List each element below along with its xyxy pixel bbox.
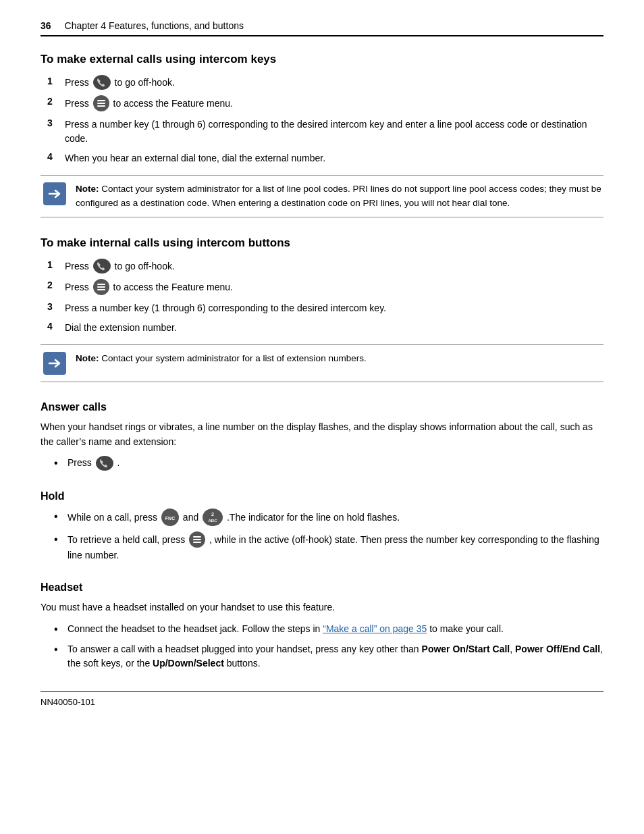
menu-icon <box>93 279 109 295</box>
note-box-external: Note: Contact your system administrator … <box>41 175 603 217</box>
bullet-item-hold-2: • To retrieve a held call, press , while… <box>54 532 603 563</box>
answer-calls-body: When your handset rings or vibrates, a l… <box>41 420 603 449</box>
bullet-content: While on a call, press FNC and 2 ABC <box>68 509 603 527</box>
bullet-item-hold-1: • While on a call, press FNC and 2 <box>54 509 603 527</box>
section-internal-calls: To make internal calls using intercom bu… <box>41 236 603 382</box>
bullet-content: To retrieve a held call, press , while i… <box>68 532 603 563</box>
power-on-label: Power On/Start Call <box>422 644 510 654</box>
svg-rect-1 <box>97 103 105 104</box>
bullet-content: Press . <box>68 456 603 471</box>
step-num: 1 <box>47 259 61 270</box>
make-a-call-link[interactable]: “Make a call” on page 35 <box>323 623 427 634</box>
section-heading-internal: To make internal calls using intercom bu… <box>41 236 603 250</box>
power-off-label: Power Off/End Call <box>515 644 600 654</box>
section-heading-hold: Hold <box>41 490 603 502</box>
menu-icon <box>93 95 109 111</box>
bullet-symbol: • <box>54 622 63 637</box>
step-2: 2 Press to access the Feature menu. <box>41 280 603 296</box>
step-num: 2 <box>47 96 61 107</box>
svg-rect-3 <box>97 284 105 285</box>
updown-select-label: Up/Down/Select <box>153 658 224 669</box>
bullet-item-headset-2: • To answer a call with a headset plugge… <box>54 642 603 671</box>
bullet-item: • Press . <box>54 456 603 471</box>
bullet-content: Connect the headset to the headset jack.… <box>68 622 603 636</box>
answer-calls-bullets: • Press . <box>54 456 603 471</box>
step-content: Press to go off-hook. <box>65 76 603 90</box>
chapter-title: Chapter 4 Features, functions, and butto… <box>65 20 244 31</box>
doc-number: NN40050-101 <box>41 697 95 707</box>
section-hold: Hold • While on a call, press FNC and <box>41 490 603 563</box>
svg-rect-11 <box>193 536 201 538</box>
external-calls-steps: 1 Press to go off-hook. 2 Press <box>41 76 603 165</box>
step-num: 1 <box>47 76 61 86</box>
step-1: 1 Press to go off-hook. <box>41 259 603 274</box>
svg-text:2: 2 <box>211 512 214 517</box>
hold-button-icon: FNC <box>161 509 179 526</box>
step-1: 1 Press to go off-hook. <box>41 76 603 90</box>
step-4: 4 When you hear an external dial tone, d… <box>41 151 603 165</box>
bullet-item-headset-1: • Connect the headset to the headset jac… <box>54 622 603 637</box>
page-number: 36 <box>41 20 51 31</box>
bullet-symbol: • <box>54 509 63 524</box>
note-text-external: Note: Contact your system administrator … <box>76 182 603 210</box>
menu-icon-hold <box>189 531 205 548</box>
2abc-button-icon: 2 ABC <box>203 509 223 526</box>
step-content: Press a number key (1 through 6) corresp… <box>65 301 603 315</box>
svg-text:ABC: ABC <box>209 519 218 523</box>
internal-calls-steps: 1 Press to go off-hook. 2 Press <box>41 259 603 335</box>
section-heading-headset: Headset <box>41 581 603 594</box>
note-box-internal: Note: Contact your system administrator … <box>41 344 603 382</box>
header-bar: 36 Chapter 4 Features, functions, and bu… <box>41 20 603 36</box>
step-num: 4 <box>47 151 61 162</box>
note-arrow-icon <box>43 352 66 375</box>
bullet-symbol: • <box>54 456 63 471</box>
bullet-symbol: • <box>54 642 63 657</box>
step-content: Press to access the Feature menu. <box>65 280 603 296</box>
note-text-internal: Note: Contact your system administrator … <box>76 352 603 365</box>
step-content: Press to access the Feature menu. <box>65 96 603 112</box>
hold-bullets: • While on a call, press FNC and 2 <box>54 509 603 563</box>
step-3: 3 Press a number key (1 through 6) corre… <box>41 301 603 315</box>
step-num: 2 <box>47 280 61 290</box>
page: 36 Chapter 4 Features, functions, and bu… <box>0 0 644 834</box>
svg-rect-5 <box>97 289 105 290</box>
step-content: When you hear an external dial tone, dia… <box>65 151 603 165</box>
phone-icon <box>93 259 111 273</box>
svg-rect-4 <box>97 286 105 288</box>
step-2: 2 Press to access the Feature menu. <box>41 96 603 112</box>
step-4: 4 Dial the extension number. <box>41 321 603 335</box>
svg-rect-13 <box>193 542 201 543</box>
note-label: Note: <box>76 184 99 194</box>
bullet-content: To answer a call with a headset plugged … <box>68 642 603 671</box>
footer-bar: NN40050-101 <box>41 691 603 707</box>
note-label: Note: <box>76 353 99 363</box>
step-num: 4 <box>47 321 61 332</box>
step-content: Press to go off-hook. <box>65 259 603 274</box>
section-headset: Headset You must have a headset installe… <box>41 581 603 671</box>
step-content: Press a number key (1 through 6) corresp… <box>65 118 603 146</box>
headset-bullets: • Connect the headset to the headset jac… <box>54 622 603 671</box>
note-arrow-icon <box>43 182 66 205</box>
phone-icon <box>96 456 113 471</box>
section-answer-calls: Answer calls When your handset rings or … <box>41 401 603 471</box>
svg-rect-0 <box>97 100 105 101</box>
section-external-calls: To make external calls using intercom ke… <box>41 53 603 217</box>
phone-icon <box>93 75 111 90</box>
svg-rect-12 <box>193 539 201 540</box>
step-num: 3 <box>47 301 61 312</box>
step-content: Dial the extension number. <box>65 321 603 335</box>
step-3: 3 Press a number key (1 through 6) corre… <box>41 118 603 146</box>
step-num: 3 <box>47 118 61 128</box>
bullet-symbol: • <box>54 532 63 547</box>
section-heading-external: To make external calls using intercom ke… <box>41 53 603 66</box>
svg-text:FNC: FNC <box>165 516 175 521</box>
section-heading-answer: Answer calls <box>41 401 603 413</box>
svg-rect-2 <box>97 105 105 107</box>
headset-body: You must have a headset installed on you… <box>41 600 603 615</box>
